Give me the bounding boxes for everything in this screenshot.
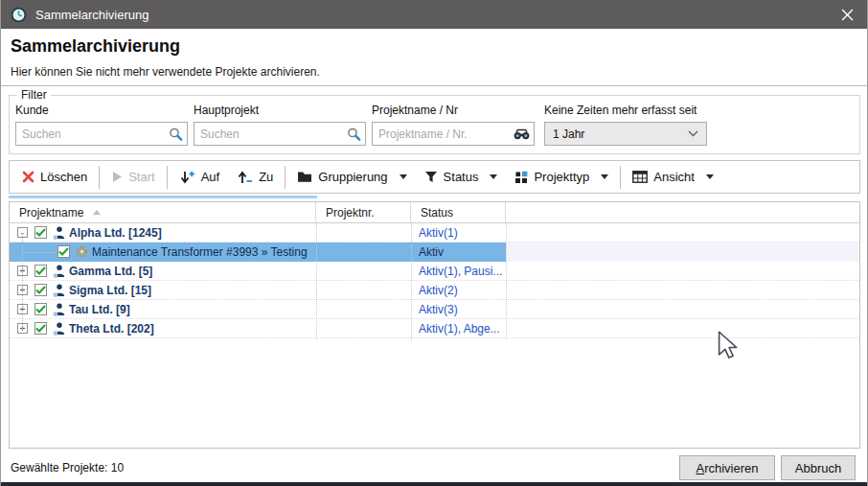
column-header-status[interactable]: Status	[411, 202, 506, 223]
expand-all-label: Auf	[201, 170, 220, 184]
window-title: Sammelarchivierung	[35, 8, 149, 22]
sammelarchivierung-dialog: Sammelarchivierung Sammelarchivierung Hi…	[0, 0, 868, 486]
cancel-button[interactable]: Abbruch	[781, 455, 856, 480]
sort-ascending-icon	[93, 210, 101, 215]
table-row[interactable]: + Sigma Ltd. [15] Aktiv(2)	[10, 281, 859, 300]
start-button[interactable]: Start	[103, 164, 163, 191]
table-row[interactable]: - Alpha Ltd. [1245] Aktiv(1)	[10, 223, 859, 243]
hauptprojekt-search-input[interactable]	[194, 123, 365, 145]
archive-button[interactable]: Archivieren	[679, 455, 775, 480]
project-name: Alpha Ltd. [1245]	[69, 226, 162, 240]
column-header-projektnr[interactable]: Projektnr.	[316, 202, 411, 223]
close-icon	[841, 9, 854, 21]
project-status: Aktiv(2)	[411, 284, 506, 297]
caret-down-icon	[490, 174, 497, 179]
table-rows: - Alpha Ltd. [1245] Aktiv(1)	[10, 223, 859, 338]
grouping-dropdown-button[interactable]: Gruppierung	[288, 164, 415, 191]
projecttype-label: Projekttyp	[534, 170, 589, 184]
start-label: Start	[128, 170, 154, 184]
header-divider	[1, 85, 868, 86]
project-name: Tau Ltd. [9]	[69, 303, 130, 316]
row-checkbox[interactable]	[34, 303, 47, 315]
caret-down-icon	[400, 174, 407, 179]
status-dropdown-button[interactable]: Status	[416, 164, 507, 191]
tree-root-line	[22, 233, 23, 329]
project-status: Aktiv(1), Abge...	[411, 322, 506, 336]
caret-down-icon	[706, 174, 714, 179]
search-icon	[347, 127, 361, 141]
title-bar[interactable]: Sammelarchivierung	[1, 0, 868, 29]
customer-person-icon	[52, 321, 67, 336]
toolbar-separator	[99, 166, 100, 189]
projektname-label: Projektname / Nr	[372, 104, 535, 117]
chevron-down-icon	[688, 130, 698, 137]
grouping-label: Gruppierung	[318, 170, 387, 184]
customer-person-icon	[52, 283, 67, 298]
time-filter-value: 1 Jahr	[553, 127, 584, 141]
project-name: Theta Ltd. [202]	[69, 322, 154, 336]
zeitraum-label: Keine Zeiten mehr erfasst seit	[544, 104, 707, 117]
toolbar-separator	[167, 166, 168, 189]
kunde-search-input[interactable]	[16, 123, 187, 145]
hauptprojekt-label: Hauptprojekt	[194, 104, 366, 117]
kunde-label: Kunde	[15, 104, 188, 117]
play-icon	[111, 171, 123, 183]
view-table-icon	[632, 171, 648, 183]
search-icon	[169, 127, 183, 141]
arrow-up-minus-icon	[237, 170, 253, 185]
row-checkbox[interactable]	[34, 226, 47, 239]
table-row[interactable]: + Gamma Ltd. [5] Aktiv(1), Pausi...	[10, 262, 859, 281]
row-checkbox[interactable]	[34, 322, 47, 335]
expand-all-button[interactable]: Auf	[171, 164, 229, 191]
projektname-input[interactable]	[373, 123, 534, 145]
customer-person-icon	[52, 225, 67, 241]
status-label: Status	[444, 170, 479, 184]
close-button[interactable]	[825, 0, 868, 29]
toolbar: Löschen Start Auf Zu Gruppierung Status	[9, 160, 860, 194]
table-row[interactable]: + Tau Ltd. [9] Aktiv(3)	[10, 300, 859, 319]
project-gear-icon	[75, 244, 89, 259]
selection-highlight-faint	[506, 243, 859, 262]
customer-person-icon	[52, 264, 67, 279]
delete-x-icon	[22, 171, 34, 183]
project-type-squares-icon	[514, 171, 528, 184]
column-guide	[506, 223, 507, 340]
table-row-selected[interactable]: Maintenance Transformer #3993 » Testing …	[10, 243, 859, 262]
arrow-down-plus-icon	[179, 170, 195, 185]
column-guide	[316, 223, 317, 340]
projects-tree-table: Projektname Projektnr. Status -	[9, 201, 860, 449]
table-header: Projektname Projektnr. Status	[10, 202, 859, 223]
clock-app-icon	[11, 7, 27, 23]
check-icon	[35, 305, 46, 313]
project-status: Aktiv(3)	[411, 303, 506, 316]
view-dropdown-button[interactable]: Ansicht	[624, 164, 722, 191]
project-status: Aktiv	[411, 245, 506, 259]
horizontal-scrollbar-thumb[interactable]	[9, 196, 317, 198]
delete-button[interactable]: Löschen	[13, 164, 96, 191]
filter-legend: Filter	[17, 88, 51, 102]
collapse-all-label: Zu	[259, 170, 273, 184]
delete-label: Löschen	[40, 170, 87, 184]
row-checkbox[interactable]	[57, 245, 70, 258]
time-filter-select[interactable]: 1 Jahr	[544, 122, 707, 146]
check-icon	[35, 286, 46, 294]
row-checkbox[interactable]	[34, 265, 47, 277]
toolbar-separator	[620, 166, 621, 189]
row-checkbox[interactable]	[34, 284, 47, 296]
projecttype-dropdown-button[interactable]: Projekttyp	[506, 164, 617, 191]
binoculars-icon	[514, 128, 530, 140]
column-header-projektname[interactable]: Projektname	[10, 202, 316, 223]
view-label: Ansicht	[653, 170, 695, 184]
folder-icon	[297, 171, 312, 183]
check-icon	[35, 228, 46, 237]
column-guide	[411, 223, 412, 340]
tree-child-connector	[22, 252, 56, 253]
project-status: Aktiv(1), Pausi...	[411, 265, 506, 278]
collapse-all-button[interactable]: Zu	[228, 164, 282, 191]
check-icon	[35, 324, 46, 333]
check-icon	[58, 247, 69, 256]
page-title: Sammelarchivierung	[11, 36, 180, 57]
selected-projects-count: Gewählte Projekte: 10	[11, 461, 124, 474]
page-subtitle: Hier können Sie nicht mehr verwendete Pr…	[11, 65, 320, 79]
caret-down-icon	[601, 174, 608, 179]
